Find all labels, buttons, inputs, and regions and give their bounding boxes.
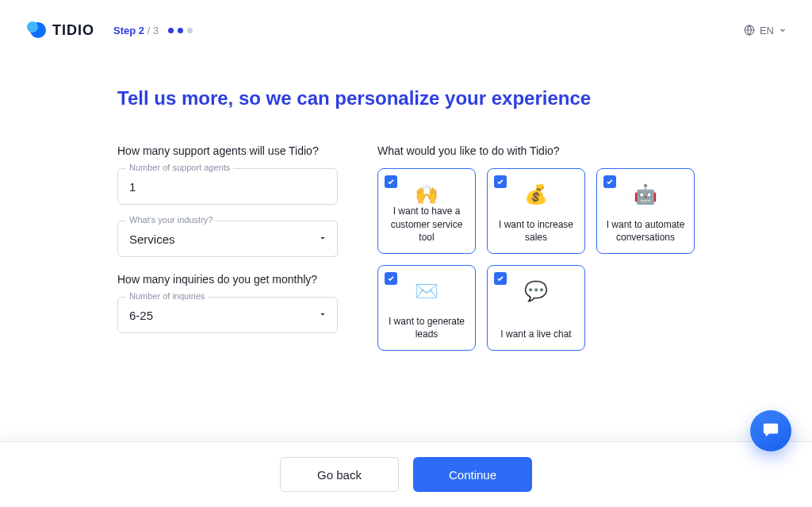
page-title: Tell us more, so we can personalize your… <box>117 87 695 109</box>
envelope-icon: ✉️ <box>385 282 469 301</box>
step-indicator: Step 2 / 3 <box>113 25 193 36</box>
agents-input[interactable]: Number of support agents 1 <box>117 168 338 205</box>
hands-icon: 🙌 <box>385 185 469 204</box>
industry-select[interactable]: What's your industry? Services <box>117 221 338 257</box>
robot-icon: 🤖 <box>603 185 688 204</box>
goal-card-label: I want to automate conversations <box>603 218 688 245</box>
industry-field-value: Services <box>129 232 175 246</box>
agents-field-value: 1 <box>129 180 136 194</box>
header: TIDIO Step 2 / 3 EN <box>0 0 812 60</box>
header-left: TIDIO Step 2 / 3 <box>25 19 193 41</box>
globe-icon <box>744 25 755 36</box>
right-column: What would you like to do with Tidio? 🙌 … <box>377 144 695 351</box>
goal-card-customer-service[interactable]: 🙌 I want to have a customer service tool <box>377 168 476 254</box>
goal-card-generate-leads[interactable]: ✉️ I want to generate leads <box>377 265 476 351</box>
step-dot-2 <box>178 28 183 33</box>
footer: Go back Continue <box>0 442 812 507</box>
inquiries-select[interactable]: Number of inquiries 6-25 <box>117 297 338 333</box>
logo-text: TIDIO <box>52 22 94 39</box>
go-back-button[interactable]: Go back <box>280 457 399 492</box>
goal-card-label: I want to have a customer service tool <box>385 205 469 245</box>
step-divider: / <box>144 25 153 36</box>
chevron-down-icon <box>318 308 327 322</box>
step-dots <box>168 28 193 33</box>
goal-card-label: I want to increase sales <box>494 218 578 245</box>
speech-bubble-icon: 💬 <box>494 282 578 301</box>
logo-icon <box>25 19 48 41</box>
goal-card-label: I want to generate leads <box>385 315 469 342</box>
checkbox-checked-icon <box>385 175 397 188</box>
goal-card-live-chat[interactable]: 💬 I want a live chat <box>487 265 585 351</box>
inquiries-field-label: Number of inquiries <box>126 291 208 301</box>
goal-card-automate[interactable]: 🤖 I want to automate conversations <box>596 168 695 254</box>
goal-card-grid: 🙌 I want to have a customer service tool… <box>377 168 695 351</box>
content: Tell us more, so we can personalize your… <box>0 87 812 351</box>
chevron-down-icon <box>779 26 787 34</box>
question-inquiries: How many inquiries do you get monthly? <box>117 273 338 286</box>
inquiries-field-value: 6-25 <box>129 309 153 322</box>
checkbox-checked-icon <box>603 175 616 188</box>
logo: TIDIO <box>25 19 94 41</box>
question-goals: What would you like to do with Tidio? <box>377 144 695 157</box>
checkbox-checked-icon <box>494 272 507 285</box>
industry-field-label: What's your industry? <box>126 215 216 225</box>
continue-button[interactable]: Continue <box>413 457 532 492</box>
goal-card-increase-sales[interactable]: 💰 I want to increase sales <box>487 168 585 254</box>
step-dot-1 <box>168 28 174 33</box>
chat-icon <box>762 421 779 441</box>
left-column: How many support agents will use Tidio? … <box>117 144 338 351</box>
agents-field-label: Number of support agents <box>126 163 233 172</box>
step-current: Step 2 <box>113 25 144 36</box>
money-bag-icon: 💰 <box>494 185 578 204</box>
step-total: 3 <box>153 25 159 36</box>
goal-card-label: I want a live chat <box>494 328 578 342</box>
question-agents: How many support agents will use Tidio? <box>117 144 338 157</box>
language-switch[interactable]: EN <box>744 25 787 36</box>
step-dot-3 <box>187 28 193 33</box>
checkbox-checked-icon <box>385 272 397 285</box>
chat-fab[interactable] <box>750 410 791 451</box>
checkbox-checked-icon <box>494 175 507 188</box>
svg-point-1 <box>27 21 38 33</box>
chevron-down-icon <box>318 232 327 246</box>
columns: How many support agents will use Tidio? … <box>117 144 695 351</box>
language-code: EN <box>760 25 774 36</box>
